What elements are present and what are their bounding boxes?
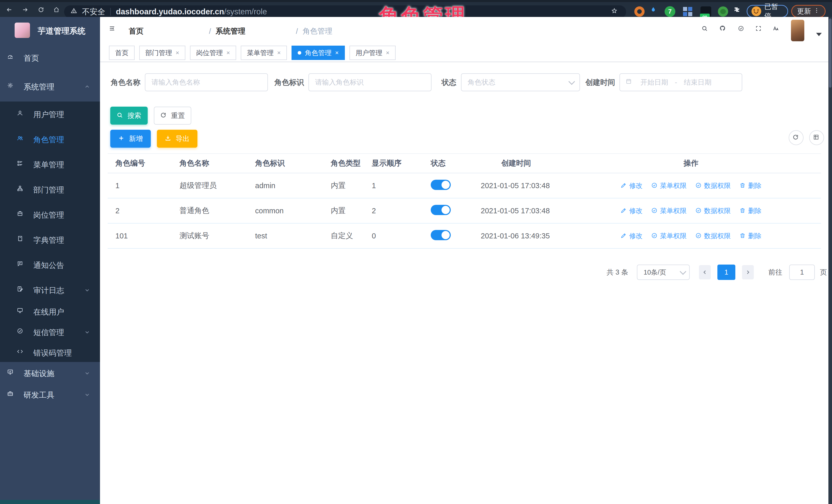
search-button[interactable]: 搜索: [110, 107, 148, 125]
github-icon[interactable]: [720, 25, 730, 35]
reset-button[interactable]: 重置: [154, 107, 191, 125]
sidebar-item-sms[interactable]: 短信管理: [17, 327, 64, 338]
close-icon[interactable]: ×: [277, 49, 281, 56]
tab-roles-active[interactable]: 角色管理 ×: [291, 46, 345, 60]
fullscreen-icon[interactable]: [755, 25, 765, 35]
tab-positions[interactable]: 岗位管理 ×: [190, 46, 236, 60]
cell-role-type: 自定义: [323, 231, 364, 241]
refresh-table-button[interactable]: [789, 130, 804, 145]
data-permission-link[interactable]: 数据权限: [695, 232, 731, 240]
chevron-down-icon: [84, 370, 91, 377]
user-avatar[interactable]: [791, 20, 804, 41]
date-range-picker[interactable]: 开始日期 - 结束日期: [620, 73, 742, 91]
avatar-caret-icon[interactable]: [816, 33, 822, 36]
search-icon: [116, 112, 124, 119]
status-toggle[interactable]: [431, 180, 451, 190]
end-date-placeholder[interactable]: 结束日期: [684, 78, 711, 87]
extension-icon-dark[interactable]: on: [700, 6, 711, 17]
kebab-menu-icon[interactable]: [813, 7, 821, 15]
sidebar-item-dev-tools[interactable]: 研发工具: [7, 390, 54, 401]
edit-link[interactable]: 修改: [621, 232, 643, 240]
delete-link[interactable]: 删除: [739, 232, 761, 240]
app-logo[interactable]: [15, 23, 30, 38]
sidebar-item-error-codes[interactable]: 错误码管理: [17, 347, 72, 359]
tab-users[interactable]: 用户管理 ×: [349, 46, 396, 60]
plus-icon: [118, 135, 125, 142]
export-button[interactable]: 导出: [157, 130, 198, 148]
edit-link[interactable]: 修改: [621, 181, 643, 190]
next-page-button[interactable]: [742, 265, 754, 280]
sidebar-item-system[interactable]: 系统管理: [7, 81, 54, 92]
user-icon: [17, 110, 26, 119]
data-permission-link[interactable]: 数据权限: [695, 181, 731, 190]
close-icon[interactable]: ×: [226, 49, 230, 56]
close-icon[interactable]: ×: [176, 49, 179, 56]
cell-role-key: common: [248, 207, 323, 215]
sidebar-item-departments[interactable]: 部门管理: [17, 184, 64, 195]
breadcrumb-system[interactable]: 系统管理: [216, 26, 291, 36]
browser-update-menu[interactable]: 更新: [791, 5, 826, 18]
browser-home-icon[interactable]: [53, 7, 63, 17]
tab-menus[interactable]: 菜单管理 ×: [241, 46, 287, 60]
role-key-input[interactable]: [308, 73, 432, 91]
delete-link[interactable]: 删除: [739, 206, 761, 215]
hamburger-icon[interactable]: [109, 25, 119, 35]
extension-icon-orange[interactable]: [634, 6, 645, 17]
extension-icon-seven[interactable]: 7: [665, 6, 675, 17]
sidebar-item-roles[interactable]: 角色管理: [17, 134, 64, 145]
refresh-icon: [792, 134, 800, 141]
menu-permission-link[interactable]: 菜单权限: [651, 206, 686, 215]
tab-departments[interactable]: 部门管理 ×: [139, 46, 185, 60]
sidebar-item-dictionary[interactable]: 字典管理: [17, 235, 64, 246]
tab-home[interactable]: 首页: [109, 46, 135, 60]
edit-link[interactable]: 修改: [621, 206, 643, 215]
status-toggle[interactable]: [431, 205, 451, 215]
sidebar-item-menus[interactable]: 菜单管理: [17, 159, 64, 170]
goto-page-input[interactable]: [789, 265, 815, 280]
close-icon[interactable]: ×: [335, 49, 339, 56]
sidebar-item-online-users[interactable]: 在线用户: [17, 306, 64, 318]
sidebar-item-audit-log[interactable]: 审计日志: [17, 285, 64, 296]
data-permission-link[interactable]: 数据权限: [695, 206, 731, 215]
sidebar-item-notices[interactable]: 通知公告: [17, 260, 64, 271]
sidebar-bottom-strip: [0, 500, 100, 504]
cell-role-name: 超级管理员: [172, 181, 248, 191]
bookmark-star-icon[interactable]: [611, 8, 620, 16]
search-icon[interactable]: [702, 25, 711, 35]
browser-reload-icon[interactable]: [38, 7, 48, 17]
role-name-input[interactable]: [145, 73, 268, 91]
browser-back-icon[interactable]: [6, 7, 16, 17]
address-bar[interactable]: 不安全 dashboard.yudao.iocoder.cn/system/ro…: [64, 5, 626, 18]
sidebar-item-home[interactable]: 首页: [7, 53, 39, 64]
start-date-placeholder[interactable]: 开始日期: [641, 78, 668, 87]
extension-icon-grid[interactable]: [682, 6, 693, 17]
column-settings-button[interactable]: [809, 130, 824, 145]
menu-permission-link[interactable]: 菜单权限: [651, 232, 686, 240]
status-toggle[interactable]: [431, 230, 451, 240]
pencil-icon: [621, 207, 627, 214]
profile-paused-chip[interactable]: 已暂停: [747, 5, 788, 18]
add-button[interactable]: 新增: [110, 130, 151, 148]
prev-page-button[interactable]: [699, 265, 711, 280]
sidebar-item-users[interactable]: 用户管理: [17, 109, 64, 120]
status-select[interactable]: 角色状态: [461, 73, 580, 91]
extension-icon-drop[interactable]: [650, 6, 660, 16]
menu-permission-link[interactable]: 菜单权限: [651, 181, 686, 190]
extension-icon-monkey[interactable]: [718, 6, 728, 17]
sidebar-item-positions[interactable]: 岗位管理: [17, 209, 64, 221]
sidebar-item-infrastructure[interactable]: 基础设施: [7, 368, 54, 379]
page-size-select[interactable]: 10条/页: [637, 265, 690, 280]
cell-sort: 1: [364, 182, 423, 190]
breadcrumb-home[interactable]: 首页: [129, 26, 204, 36]
scrollbar-thumb[interactable]: [829, 19, 831, 88]
help-icon[interactable]: [738, 25, 748, 35]
extensions-puzzle-icon[interactable]: [734, 6, 744, 17]
current-page-button[interactable]: 1: [718, 265, 735, 280]
font-size-icon[interactable]: [773, 25, 783, 36]
browser-forward-icon[interactable]: [22, 7, 32, 17]
close-icon[interactable]: ×: [386, 49, 389, 56]
active-dot: [298, 51, 301, 55]
scrollbar[interactable]: [828, 17, 832, 504]
pagination-total: 共 3 条: [607, 265, 628, 280]
delete-link[interactable]: 删除: [739, 181, 761, 190]
